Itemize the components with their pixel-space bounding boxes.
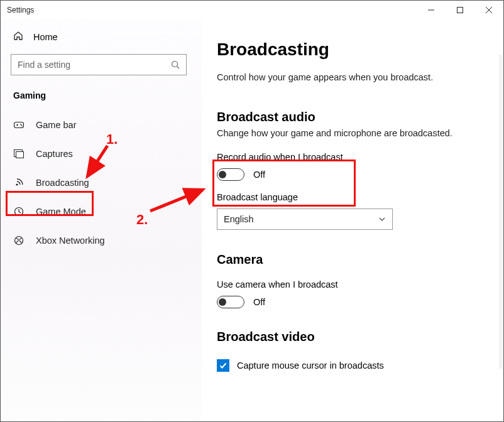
svg-line-17 (150, 190, 203, 211)
annotation-arrow-2 (1, 1, 504, 422)
settings-window: Settings Home Find a setting (0, 0, 504, 422)
